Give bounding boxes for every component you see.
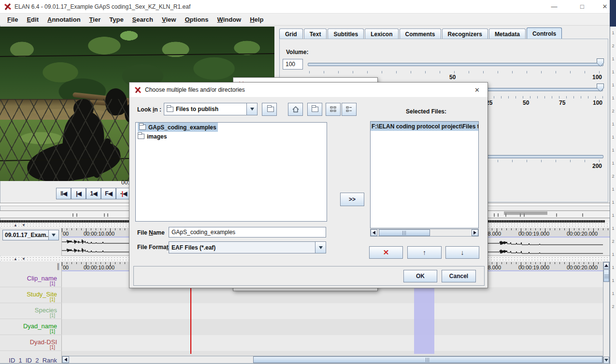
tier-track[interactable] bbox=[62, 335, 603, 351]
tier-label-row[interactable]: Dyad_name [1] bbox=[0, 319, 62, 335]
menu-item-help[interactable]: Help bbox=[245, 14, 268, 25]
look-in-dropdown[interactable]: Files to publish bbox=[164, 103, 258, 115]
add-to-selection-button[interactable]: >> bbox=[340, 193, 364, 206]
new-folder-button[interactable] bbox=[307, 103, 322, 116]
list-item[interactable]: GApS_coding_examples bbox=[136, 123, 327, 132]
list-view-icon bbox=[346, 106, 352, 112]
elan-logo-icon bbox=[134, 86, 142, 94]
menu-item-type[interactable]: Type bbox=[105, 14, 128, 25]
up-one-level-button[interactable]: ↑ bbox=[262, 103, 277, 116]
previous-scrollview-button[interactable]: |◀ bbox=[71, 188, 86, 199]
menu-item-annotation[interactable]: Annotation bbox=[43, 14, 85, 25]
new-folder-icon bbox=[312, 107, 318, 112]
menu-item-options[interactable]: Options bbox=[180, 14, 213, 25]
window-title: ELAN 6.4 - 09.01.17_Example GApS coding1… bbox=[14, 3, 190, 10]
file-format-label: File Format bbox=[137, 244, 169, 251]
menu-item-tier[interactable]: Tier bbox=[85, 14, 105, 25]
look-in-label: Look in : bbox=[137, 106, 161, 113]
volume-tick-label: 100 bbox=[592, 74, 602, 81]
grid-view-icon bbox=[330, 106, 336, 112]
elan-logo-icon bbox=[4, 3, 12, 11]
close-icon[interactable]: ✕ bbox=[472, 86, 483, 94]
file-format-dropdown[interactable]: EAF Files (*.eaf) bbox=[169, 241, 326, 253]
list-item[interactable]: images bbox=[136, 132, 327, 141]
tier-vertical-scrollbar[interactable] bbox=[603, 262, 610, 364]
move-up-button[interactable]: ↑ bbox=[407, 246, 442, 259]
viewer-tabs: Grid Text Subtitles Lexicon Comments Rec… bbox=[279, 28, 610, 39]
file-chooser-dialog: Choose multiple files and/or directories… bbox=[129, 82, 488, 288]
maximize-button[interactable]: □ bbox=[579, 3, 586, 10]
frame-backward-button[interactable]: 1◀ bbox=[86, 188, 101, 199]
move-down-button[interactable]: ↓ bbox=[445, 246, 479, 259]
file-name-input[interactable]: GApS_coding_examples bbox=[169, 227, 326, 238]
volume-slider[interactable] bbox=[308, 63, 603, 66]
close-button[interactable]: ✕ bbox=[602, 3, 608, 10]
file-name-label: File Name bbox=[137, 229, 165, 236]
folder-up-icon bbox=[267, 107, 274, 112]
tab-grid[interactable]: Grid bbox=[279, 28, 303, 39]
tier-track[interactable] bbox=[62, 319, 603, 335]
tier-track[interactable] bbox=[62, 303, 603, 319]
pixel-backward-button[interactable]: F◀ bbox=[101, 188, 116, 199]
selected-files-scrollbar[interactable] bbox=[370, 229, 479, 237]
home-button[interactable] bbox=[288, 103, 303, 116]
menu-item-window[interactable]: Window bbox=[213, 14, 246, 25]
tier-track[interactable] bbox=[62, 351, 603, 356]
selected-files-label: Selected Files: bbox=[406, 108, 446, 115]
tab-controls[interactable]: Controls bbox=[527, 28, 562, 39]
menu-item-file[interactable]: File bbox=[3, 14, 22, 25]
remove-selected-button[interactable]: ✕ bbox=[369, 246, 403, 259]
tab-comments[interactable]: Comments bbox=[400, 28, 441, 39]
folder-icon bbox=[167, 107, 173, 112]
tier-label-row[interactable]: Clip_name [1] bbox=[0, 271, 62, 287]
file-chooser-title: Choose multiple files and/or directories bbox=[145, 86, 472, 93]
cancel-button[interactable]: Cancel bbox=[442, 270, 476, 282]
ok-button[interactable]: OK bbox=[403, 270, 437, 282]
grid-view-button[interactable] bbox=[326, 103, 341, 116]
tab-recognizers[interactable]: Recognizers bbox=[442, 28, 488, 39]
list-view-button[interactable] bbox=[342, 103, 357, 116]
menu-bar: File Edit Annotation Tier Type Search Vi… bbox=[0, 14, 610, 26]
tier-label-row[interactable]: Dyad-DSI [1] bbox=[0, 335, 62, 351]
home-icon bbox=[292, 106, 299, 112]
tab-subtitles[interactable]: Subtitles bbox=[328, 28, 364, 39]
volume-value-field[interactable]: 100 bbox=[283, 59, 303, 70]
elan-window: ELAN 6.4 - 09.01.17_Example GApS coding1… bbox=[0, 0, 616, 364]
folder-icon bbox=[138, 134, 144, 139]
selected-files-list[interactable]: F:\ELAN coding protocol project\Files to… bbox=[370, 121, 479, 228]
folder-icon bbox=[139, 125, 146, 130]
menu-item-edit[interactable]: Edit bbox=[22, 14, 43, 25]
go-to-begin-button[interactable]: ‖◀ bbox=[56, 188, 71, 199]
list-item[interactable]: F:\ELAN coding protocol project\Files to… bbox=[371, 122, 478, 131]
volume-tick-label: 50 bbox=[449, 74, 456, 81]
tab-metadata[interactable]: Metadata bbox=[489, 28, 526, 39]
tab-lexicon[interactable]: Lexicon bbox=[365, 28, 398, 39]
minimize-button[interactable]: — bbox=[551, 3, 558, 10]
tier-label-row[interactable]: Study_Site [1] bbox=[0, 287, 62, 303]
tier-label-row[interactable]: Species [1] bbox=[0, 303, 62, 319]
tier-label-row[interactable]: ID_1_ID_2_Rank bbox=[0, 351, 62, 364]
background-window-strip: 1 2 1 1 1 1 2 1 1 1 1 2 1 1 1 1 2 1 1 1 … bbox=[610, 27, 616, 364]
file-chooser-titlebar[interactable]: Choose multiple files and/or directories… bbox=[129, 83, 487, 97]
title-bar: ELAN 6.4 - 09.01.17_Example GApS coding1… bbox=[0, 0, 610, 14]
viewport-indicator[interactable] bbox=[504, 211, 547, 215]
tab-text[interactable]: Text bbox=[304, 28, 327, 39]
background-window-strip bbox=[610, 0, 616, 27]
file-list[interactable]: GApS_coding_examples images bbox=[135, 122, 327, 222]
media-time-display: 00: bbox=[121, 179, 129, 186]
tier-name-panel: ║ Clip_name [1] Study_Site [1] Species [… bbox=[0, 262, 62, 364]
menu-item-view[interactable]: View bbox=[158, 14, 180, 25]
timeline-horizontal-scrollbar[interactable] bbox=[62, 356, 603, 364]
volume-label: Volume: bbox=[286, 49, 308, 56]
menu-item-search[interactable]: Search bbox=[128, 14, 158, 25]
